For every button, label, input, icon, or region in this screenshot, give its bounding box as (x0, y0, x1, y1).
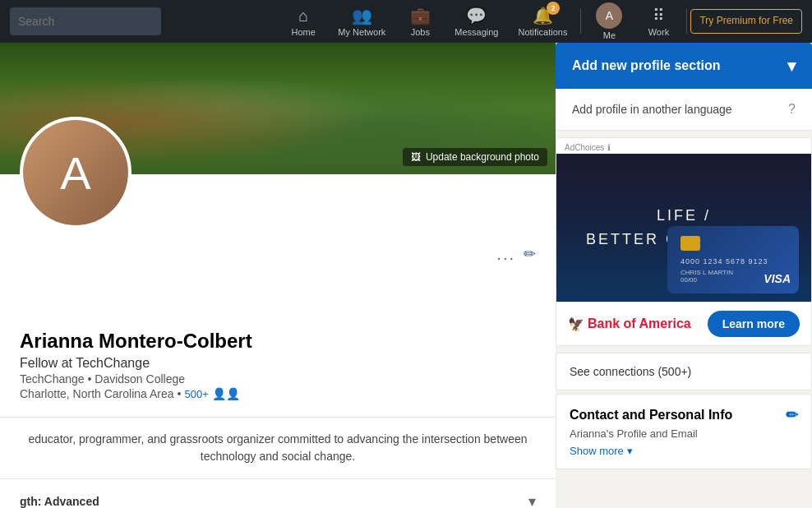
me-avatar: A (596, 2, 622, 29)
nav-jobs[interactable]: 💼 Jobs (395, 0, 445, 43)
show-more-chevron-icon: ▾ (627, 445, 633, 457)
connections-link[interactable]: 500+ (184, 388, 208, 400)
ad-choices-text: AdChoices (565, 143, 604, 152)
edit-contact-icon[interactable]: ✏ (786, 406, 798, 424)
profile-title: Fellow at TechChange (20, 356, 536, 371)
home-label: Home (292, 27, 316, 37)
show-more-label: Show more (570, 445, 624, 457)
add-language-row[interactable]: Add profile in another language ? (556, 89, 812, 131)
contact-header: Contact and Personal Info ✏ (570, 406, 798, 424)
strength-bar: gth: Advanced ▾ (0, 478, 556, 508)
profile-section: A ... ✏ Arianna Montero-Colbert Fellow a… (0, 174, 556, 417)
strength-prefix: gth: (20, 495, 44, 508)
top-navigation: ⌂ Home 👥 My Network 💼 Jobs 💬 Messaging 🔔… (0, 0, 812, 43)
contact-title: Contact and Personal Info (570, 408, 732, 423)
ad-card: AdChoices ℹ LIFE / BETTER CONNECTED 4000… (556, 137, 812, 346)
add-profile-section-button[interactable]: Add new profile section ▾ (556, 43, 812, 89)
jobs-label: Jobs (411, 27, 430, 37)
messaging-label: Messaging (454, 27, 498, 37)
ad-image: LIFE / BETTER CONNECTED 4000 1234 5678 9… (556, 154, 811, 302)
nav-divider-2 (686, 9, 687, 34)
jobs-icon: 💼 (410, 6, 431, 25)
update-cover-button[interactable]: 🖼 Update background photo (403, 148, 547, 166)
messaging-icon: 💬 (466, 6, 487, 25)
nav-home[interactable]: ⌂ Home (279, 0, 328, 43)
contact-card: Contact and Personal Info ✏ Arianna's Pr… (556, 394, 812, 469)
nav-messaging[interactable]: 💬 Messaging (445, 0, 508, 43)
ad-footer: 🦅 Bank of America Learn more (556, 302, 811, 345)
visa-logo: VISA (764, 272, 791, 285)
bio-text: educator, programmer, and grassroots org… (29, 432, 528, 463)
nav-network[interactable]: 👥 My Network (328, 0, 395, 43)
connections-icon: 👤👤 (212, 387, 240, 400)
main-layout: 🖼 Update background photo A ... ✏ Ariann… (0, 43, 812, 508)
work-icon: ⠿ (653, 6, 665, 25)
ad-info-icon: ℹ (607, 143, 611, 152)
search-input[interactable] (10, 7, 161, 35)
strength-text: gth: Advanced (20, 495, 99, 508)
profile-avatar: A (20, 117, 131, 229)
more-options-button[interactable]: ... (496, 187, 515, 264)
nav-divider (580, 9, 581, 34)
ad-headline-1: LIFE / (586, 204, 782, 228)
location-text: Charlotte, North Carolina Area (20, 387, 174, 400)
card-expiry: 00/00 (681, 276, 733, 284)
profile-bio: educator, programmer, and grassroots org… (0, 417, 556, 478)
nav-work[interactable]: ⠿ Work (634, 0, 683, 43)
right-panel: Add new profile section ▾ Add profile in… (556, 43, 812, 508)
card-name: CHRIS L MARTIN (681, 269, 733, 276)
notifications-label: Notifications (519, 27, 568, 37)
add-language-label: Add profile in another language (572, 103, 732, 116)
location-separator: • (178, 387, 182, 400)
nav-notifications[interactable]: 🔔 2 Notifications (509, 0, 578, 43)
learn-more-button[interactable]: Learn more (708, 311, 800, 337)
profile-org: TechChange • Davidson College (20, 372, 536, 386)
work-label: Work (648, 27, 669, 37)
premium-button[interactable]: Try Premium for Free (690, 9, 802, 34)
strength-chevron-icon[interactable]: ▾ (528, 492, 536, 508)
see-connections-label: See connections (500+) (570, 365, 691, 378)
bank-logo: 🦅 Bank of America (568, 316, 691, 332)
me-label: Me (603, 30, 616, 40)
left-panel: 🖼 Update background photo A ... ✏ Ariann… (0, 43, 556, 508)
network-label: My Network (338, 27, 385, 37)
profile-name: Arianna Montero-Colbert (20, 330, 536, 353)
bank-name: Bank of America (588, 316, 691, 331)
nav-me[interactable]: A Me (584, 0, 634, 43)
update-cover-text: Update background photo (426, 151, 539, 163)
notifications-badge: 2 (547, 2, 560, 15)
camera-icon: 🖼 (411, 151, 421, 163)
network-icon: 👥 (352, 6, 372, 25)
ad-choices-label: AdChoices ℹ (556, 138, 811, 154)
profile-avatar-wrapper: A (20, 117, 131, 229)
card-number: 4000 1234 5678 9123 (681, 257, 786, 266)
add-section-label: Add new profile section (572, 58, 720, 73)
edit-profile-button[interactable]: ✏ (524, 187, 536, 264)
bank-eagle-icon: 🦅 (568, 316, 584, 332)
strength-value: Advanced (44, 495, 99, 508)
notifications-icon: 🔔 2 (533, 6, 553, 25)
contact-sub: Arianna's Profile and Email (570, 427, 798, 440)
profile-location: Charlotte, North Carolina Area • 500+ 👤👤 (20, 387, 536, 400)
card-chip (681, 236, 700, 251)
credit-card-image: 4000 1234 5678 9123 CHRIS L MARTIN 00/00… (667, 226, 799, 293)
help-icon[interactable]: ? (788, 102, 796, 117)
see-connections-card[interactable]: See connections (500+) (556, 353, 812, 390)
show-more-button[interactable]: Show more ▾ (570, 445, 798, 457)
avatar-initials: A (23, 120, 128, 225)
add-section-chevron-icon: ▾ (787, 56, 796, 76)
home-icon: ⌂ (298, 7, 308, 25)
